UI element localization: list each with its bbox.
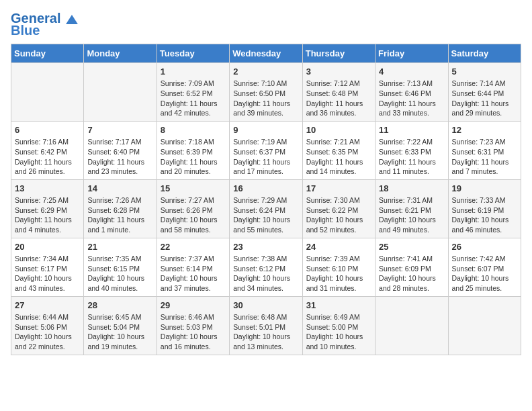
day-info: Sunrise: 7:34 AM bbox=[15, 254, 80, 264]
day-info: Sunset: 6:48 PM bbox=[306, 89, 371, 99]
day-number: 3 bbox=[306, 66, 371, 78]
day-info: Daylight: 11 hours and 36 minutes. bbox=[306, 99, 371, 118]
day-info: Sunset: 6:22 PM bbox=[306, 205, 371, 216]
calendar-cell: 21Sunrise: 7:35 AMSunset: 6:15 PMDayligh… bbox=[84, 238, 157, 296]
day-number: 29 bbox=[161, 300, 226, 312]
day-info: Sunrise: 7:21 AM bbox=[306, 137, 371, 147]
calendar-cell: 14Sunrise: 7:26 AMSunset: 6:28 PMDayligh… bbox=[84, 179, 157, 238]
day-info: Sunrise: 7:18 AM bbox=[161, 137, 226, 147]
calendar-cell bbox=[375, 296, 448, 355]
calendar-cell: 27Sunrise: 6:44 AMSunset: 5:06 PMDayligh… bbox=[11, 296, 84, 355]
day-info: Sunrise: 6:49 AM bbox=[306, 312, 371, 322]
day-info: Daylight: 11 hours and 7 minutes. bbox=[452, 157, 517, 177]
calendar-week-row: 27Sunrise: 6:44 AMSunset: 5:06 PMDayligh… bbox=[11, 296, 521, 355]
calendar-cell: 4Sunrise: 7:13 AMSunset: 6:46 PMDaylight… bbox=[375, 63, 448, 122]
calendar-cell: 18Sunrise: 7:31 AMSunset: 6:21 PMDayligh… bbox=[375, 179, 448, 238]
day-number: 5 bbox=[452, 66, 517, 78]
day-info: Sunset: 6:24 PM bbox=[233, 205, 298, 216]
day-number: 4 bbox=[379, 66, 444, 78]
day-number: 30 bbox=[233, 300, 298, 312]
day-info: Sunset: 6:33 PM bbox=[379, 147, 444, 157]
day-info: Sunset: 6:52 PM bbox=[161, 89, 226, 99]
day-info: Sunrise: 7:23 AM bbox=[452, 137, 517, 147]
logo-blue-text: Blue bbox=[11, 23, 40, 38]
calendar-cell: 15Sunrise: 7:27 AMSunset: 6:26 PMDayligh… bbox=[157, 179, 229, 238]
calendar-cell: 20Sunrise: 7:34 AMSunset: 6:17 PMDayligh… bbox=[11, 238, 84, 296]
calendar-cell: 8Sunrise: 7:18 AMSunset: 6:39 PMDaylight… bbox=[157, 121, 229, 179]
day-number: 10 bbox=[306, 124, 371, 136]
day-info: Sunrise: 7:22 AM bbox=[379, 137, 444, 147]
dow-header: Saturday bbox=[448, 44, 521, 63]
svg-marker-0 bbox=[66, 15, 78, 24]
day-info: Daylight: 11 hours and 42 minutes. bbox=[161, 99, 226, 118]
day-info: Sunrise: 7:09 AM bbox=[161, 79, 226, 89]
day-info: Sunset: 5:01 PM bbox=[233, 322, 298, 332]
day-info: Sunrise: 7:25 AM bbox=[15, 195, 80, 205]
day-info: Sunrise: 7:19 AM bbox=[233, 137, 298, 147]
day-info: Daylight: 11 hours and 4 minutes. bbox=[15, 215, 80, 234]
day-info: Sunrise: 7:29 AM bbox=[233, 195, 298, 205]
day-info: Sunrise: 7:39 AM bbox=[306, 254, 371, 264]
dow-header: Thursday bbox=[302, 44, 375, 63]
day-number: 14 bbox=[87, 183, 152, 195]
day-info: Daylight: 10 hours and 22 minutes. bbox=[15, 332, 80, 351]
calendar-cell bbox=[448, 296, 521, 355]
day-number: 15 bbox=[161, 183, 226, 195]
day-info: Sunset: 6:09 PM bbox=[379, 264, 444, 274]
day-info: Sunrise: 7:13 AM bbox=[379, 79, 444, 89]
day-info: Sunset: 6:37 PM bbox=[233, 147, 298, 157]
calendar-cell: 26Sunrise: 7:42 AMSunset: 6:07 PMDayligh… bbox=[448, 238, 521, 296]
day-info: Daylight: 10 hours and 40 minutes. bbox=[87, 273, 152, 293]
day-info: Sunset: 6:40 PM bbox=[87, 147, 152, 157]
day-info: Daylight: 10 hours and 55 minutes. bbox=[233, 215, 298, 234]
day-number: 24 bbox=[306, 241, 371, 253]
day-number: 6 bbox=[15, 124, 80, 136]
day-info: Sunrise: 7:33 AM bbox=[452, 195, 517, 205]
day-info: Sunrise: 6:45 AM bbox=[87, 312, 152, 322]
calendar-cell: 12Sunrise: 7:23 AMSunset: 6:31 PMDayligh… bbox=[448, 121, 521, 179]
day-info: Sunrise: 7:38 AM bbox=[233, 254, 298, 264]
calendar-week-row: 13Sunrise: 7:25 AMSunset: 6:29 PMDayligh… bbox=[11, 179, 521, 238]
calendar-week-row: 20Sunrise: 7:34 AMSunset: 6:17 PMDayligh… bbox=[11, 238, 521, 296]
day-info: Sunset: 6:42 PM bbox=[15, 147, 80, 157]
day-info: Daylight: 11 hours and 23 minutes. bbox=[87, 157, 152, 177]
day-info: Sunset: 6:35 PM bbox=[306, 147, 371, 157]
day-info: Sunset: 5:03 PM bbox=[161, 322, 226, 332]
calendar-cell: 17Sunrise: 7:30 AMSunset: 6:22 PMDayligh… bbox=[302, 179, 375, 238]
day-info: Sunrise: 7:17 AM bbox=[87, 137, 152, 147]
day-number: 31 bbox=[306, 300, 371, 312]
day-info: Daylight: 11 hours and 20 minutes. bbox=[161, 157, 226, 177]
day-number: 9 bbox=[233, 124, 298, 136]
calendar-cell: 16Sunrise: 7:29 AMSunset: 6:24 PMDayligh… bbox=[230, 179, 302, 238]
day-number: 26 bbox=[452, 241, 517, 253]
calendar-cell: 6Sunrise: 7:16 AMSunset: 6:42 PMDaylight… bbox=[11, 121, 84, 179]
day-info: Daylight: 10 hours and 58 minutes. bbox=[161, 215, 226, 234]
day-info: Sunrise: 7:37 AM bbox=[161, 254, 226, 264]
calendar-cell: 19Sunrise: 7:33 AMSunset: 6:19 PMDayligh… bbox=[448, 179, 521, 238]
day-info: Sunrise: 7:31 AM bbox=[379, 195, 444, 205]
day-info: Sunrise: 7:16 AM bbox=[15, 137, 80, 147]
day-number: 11 bbox=[379, 124, 444, 136]
day-number: 22 bbox=[161, 241, 226, 253]
day-info: Sunrise: 7:14 AM bbox=[452, 79, 517, 89]
day-info: Sunset: 6:17 PM bbox=[15, 264, 80, 274]
day-number: 13 bbox=[15, 183, 80, 195]
day-info: Daylight: 10 hours and 49 minutes. bbox=[379, 215, 444, 234]
day-info: Sunrise: 7:10 AM bbox=[233, 79, 298, 89]
day-info: Daylight: 10 hours and 13 minutes. bbox=[233, 332, 298, 351]
day-info: Daylight: 10 hours and 19 minutes. bbox=[87, 332, 152, 351]
day-info: Sunset: 5:04 PM bbox=[87, 322, 152, 332]
day-info: Sunset: 5:06 PM bbox=[15, 322, 80, 332]
day-info: Daylight: 11 hours and 39 minutes. bbox=[233, 99, 298, 118]
day-info: Sunset: 6:31 PM bbox=[452, 147, 517, 157]
day-info: Daylight: 10 hours and 52 minutes. bbox=[306, 215, 371, 234]
day-info: Sunrise: 7:27 AM bbox=[161, 195, 226, 205]
calendar-cell: 7Sunrise: 7:17 AMSunset: 6:40 PMDaylight… bbox=[84, 121, 157, 179]
day-info: Sunset: 6:39 PM bbox=[161, 147, 226, 157]
day-info: Daylight: 10 hours and 25 minutes. bbox=[452, 273, 517, 293]
day-number: 23 bbox=[233, 241, 298, 253]
day-number: 19 bbox=[452, 183, 517, 195]
calendar-week-row: 6Sunrise: 7:16 AMSunset: 6:42 PMDaylight… bbox=[11, 121, 521, 179]
calendar-cell bbox=[11, 63, 84, 122]
calendar-cell: 10Sunrise: 7:21 AMSunset: 6:35 PMDayligh… bbox=[302, 121, 375, 179]
